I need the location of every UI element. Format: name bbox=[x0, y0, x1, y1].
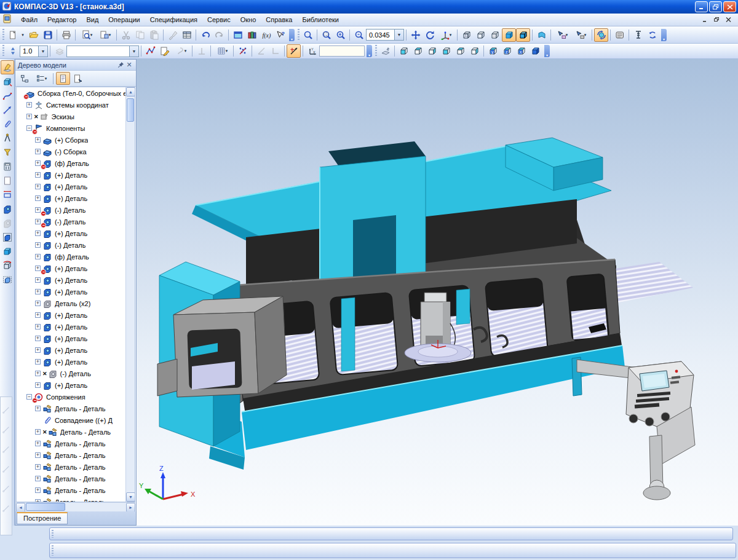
tree-item[interactable]: +Деталь - Деталь bbox=[17, 438, 125, 449]
restore-button[interactable] bbox=[709, 1, 722, 12]
geometry-tool-2-button[interactable] bbox=[1, 420, 11, 439]
tree-item[interactable]: +(ф) Деталь bbox=[17, 251, 125, 262]
tree-item[interactable]: +(+) Деталь bbox=[17, 181, 125, 192]
tree-composition-view-button[interactable]: ▾ bbox=[32, 72, 50, 85]
view-left-button[interactable] bbox=[453, 44, 467, 58]
doc-minimize-button[interactable] bbox=[700, 15, 710, 24]
library-catalog-button[interactable] bbox=[613, 28, 627, 42]
panel-auxiliary-geometry-button[interactable] bbox=[1, 103, 14, 117]
display-shaded-edges-button[interactable] bbox=[516, 28, 530, 42]
tree-additional-window-button[interactable] bbox=[71, 72, 85, 85]
tree-expand-toggle[interactable]: + bbox=[26, 102, 32, 108]
panel-surfaces-button[interactable] bbox=[1, 89, 14, 103]
toolbar-grip[interactable] bbox=[2, 29, 4, 41]
tree-item[interactable]: +(-) Деталь bbox=[17, 204, 125, 216]
view-isometry-zxy-button[interactable]: x bbox=[514, 44, 528, 58]
display-shaded-button[interactable] bbox=[502, 28, 516, 42]
tree-item[interactable]: +(-) Деталь bbox=[17, 239, 125, 251]
tree-expand-toggle[interactable]: + bbox=[35, 289, 41, 294]
tree-expand-toggle[interactable]: + bbox=[26, 114, 32, 119]
chevron-down-icon[interactable]: ▼ bbox=[38, 46, 47, 57]
edit-sketch-button[interactable] bbox=[157, 44, 172, 58]
tree-expand-toggle[interactable]: + bbox=[35, 242, 41, 248]
variables-button[interactable]: f(x) bbox=[259, 28, 273, 42]
corner-mode-button[interactable] bbox=[268, 44, 282, 58]
tree-expand-toggle[interactable]: + bbox=[35, 266, 41, 271]
panel-spatial-curves-button[interactable] bbox=[1, 74, 14, 89]
panel-dimensions-button[interactable] bbox=[1, 187, 14, 202]
scroll-up-icon[interactable]: ▲ bbox=[126, 87, 135, 97]
coordinate-input[interactable] bbox=[319, 45, 365, 57]
zoom-by-frame-button[interactable] bbox=[319, 28, 333, 42]
menu-справка[interactable]: Справка bbox=[261, 15, 297, 25]
close-panel-icon[interactable]: ✕ bbox=[125, 61, 133, 69]
save-document-button[interactable] bbox=[41, 28, 55, 42]
copy-properties-button[interactable] bbox=[165, 28, 180, 42]
tree-expand-toggle[interactable]: + bbox=[35, 219, 41, 224]
document-icon[interactable] bbox=[2, 14, 12, 25]
tree-item[interactable]: +Системы координат bbox=[17, 99, 125, 111]
geometry-tool-1-button[interactable] bbox=[1, 401, 11, 419]
tree-item[interactable]: +✕Эскизы bbox=[17, 111, 125, 122]
local-cs-button[interactable] bbox=[254, 44, 268, 58]
view-front-button[interactable] bbox=[397, 44, 411, 58]
tree-item[interactable]: +(+) Деталь bbox=[17, 344, 125, 356]
tree-expand-toggle[interactable]: + bbox=[35, 207, 41, 213]
menu-спецификация[interactable]: Спецификация bbox=[145, 15, 202, 25]
perpendicular-button[interactable] bbox=[194, 44, 208, 58]
panel-part-frame-button[interactable] bbox=[1, 272, 14, 286]
tree-structure-view-button[interactable] bbox=[17, 72, 31, 85]
tree-item[interactable]: +(-) Деталь bbox=[17, 216, 125, 227]
tree-item[interactable]: +(+) Деталь bbox=[17, 333, 125, 344]
tree-expand-toggle[interactable]: + bbox=[35, 254, 41, 259]
tree-expand-toggle[interactable]: + bbox=[35, 231, 41, 236]
print-preview-button[interactable]: ▾ bbox=[77, 28, 96, 42]
menu-вид[interactable]: Вид bbox=[81, 15, 103, 25]
tree-item[interactable]: +Деталь - Деталь bbox=[17, 461, 125, 473]
tree-expand-toggle[interactable]: + bbox=[35, 347, 41, 353]
step-combo[interactable]: 1.0▼ bbox=[20, 45, 48, 57]
view-back-button[interactable] bbox=[411, 44, 425, 58]
tree-item[interactable]: +Деталь (x2) bbox=[17, 298, 125, 309]
rebuild-model-button[interactable] bbox=[631, 28, 645, 42]
view-dimetry-button[interactable] bbox=[528, 44, 542, 58]
tree-item[interactable]: +(+) Деталь bbox=[17, 227, 125, 239]
geometry-tool-4-button[interactable] bbox=[1, 460, 11, 478]
panel-mates-button[interactable] bbox=[1, 117, 14, 131]
view-right-button[interactable] bbox=[467, 44, 482, 58]
specification-button[interactable] bbox=[180, 28, 194, 42]
toolbar-grip[interactable] bbox=[298, 29, 300, 41]
orientation-button[interactable]: ▾ bbox=[437, 28, 455, 42]
tree-item[interactable]: Сборка (Тел-0, Сборочных е bbox=[17, 87, 125, 99]
tree-item[interactable]: +(+) Сборка bbox=[17, 134, 125, 146]
tree-item[interactable]: +(+) Деталь bbox=[17, 192, 125, 204]
tree-item[interactable]: +(+) Деталь bbox=[17, 356, 125, 368]
tree-item[interactable]: +(+) Деталь bbox=[17, 286, 125, 298]
tree-item[interactable]: +Деталь - Деталь bbox=[17, 473, 125, 484]
tree-expand-toggle[interactable]: + bbox=[35, 312, 41, 318]
tree-expand-toggle[interactable]: + bbox=[35, 499, 41, 502]
preview-window-button[interactable] bbox=[231, 28, 245, 42]
context-help-button[interactable]: ? bbox=[273, 28, 287, 42]
hide-objects-button[interactable]: ▾ bbox=[571, 28, 590, 42]
display-hidden-thin-button[interactable] bbox=[488, 28, 502, 42]
toolbar-grip[interactable] bbox=[2, 45, 4, 57]
menu-файл[interactable]: Файл bbox=[16, 15, 42, 25]
tree-expand-toggle[interactable]: + bbox=[35, 184, 41, 189]
tree-item[interactable]: Совпадение ((+) Д bbox=[17, 414, 125, 426]
geometry-tool-5-button[interactable] bbox=[1, 479, 11, 498]
layers-button[interactable] bbox=[52, 44, 66, 58]
3d-viewport[interactable]: Z X Y bbox=[137, 59, 738, 526]
normal-to-plane-button[interactable] bbox=[378, 44, 392, 58]
tree-expand-toggle[interactable]: + bbox=[35, 487, 41, 493]
machine-3d-model[interactable]: Z X Y bbox=[137, 59, 738, 526]
tree-item[interactable]: −Сопряжения bbox=[17, 391, 125, 403]
tree-item[interactable]: +✕Деталь - Деталь bbox=[17, 426, 125, 438]
snaps-button[interactable] bbox=[236, 44, 250, 58]
redo-button[interactable] bbox=[212, 28, 226, 42]
tree-expand-toggle[interactable]: + bbox=[35, 336, 41, 341]
tree-expand-toggle[interactable]: + bbox=[35, 277, 41, 283]
tree-expand-toggle[interactable]: + bbox=[35, 324, 41, 329]
rotate-view-button[interactable] bbox=[423, 28, 437, 42]
menu-операции[interactable]: Операции bbox=[103, 15, 145, 25]
